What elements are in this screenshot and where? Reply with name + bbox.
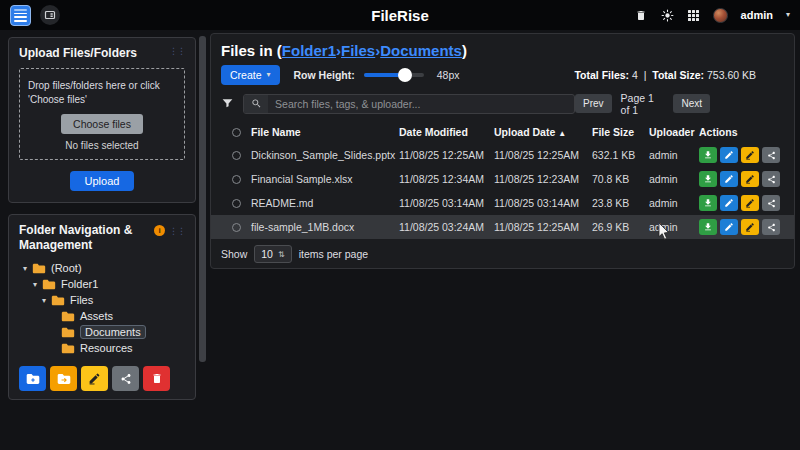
rename-button[interactable] xyxy=(741,147,759,163)
rename-folder-button[interactable] xyxy=(81,366,108,391)
info-icon[interactable]: i xyxy=(154,225,165,236)
share-button[interactable] xyxy=(762,195,780,211)
download-button[interactable] xyxy=(699,147,717,163)
date-modified: 11/08/25 12:34AM xyxy=(399,173,494,185)
tree-item-assets[interactable]: Assets xyxy=(19,308,185,324)
row-height-value: 48px xyxy=(437,69,460,81)
download-icon xyxy=(703,174,713,184)
drag-handle-icon[interactable]: ⋮⋮ xyxy=(169,46,185,56)
theme-toggle-button[interactable] xyxy=(661,9,674,22)
user-menu-label[interactable]: admin xyxy=(741,9,773,21)
tree-item-files[interactable]: ▾ Files xyxy=(19,292,185,308)
toggle-sidebar-button[interactable] xyxy=(40,5,60,25)
breadcrumb-folder1[interactable]: Folder1 xyxy=(282,42,336,59)
download-button[interactable] xyxy=(699,171,717,187)
row-checkbox[interactable] xyxy=(232,175,241,184)
rename-button[interactable] xyxy=(741,195,759,211)
pencil-icon xyxy=(745,198,755,208)
file-name[interactable]: Financial Sample.xlsx xyxy=(251,173,399,185)
table-row-hovered[interactable]: file-sample_1MB.docx 11/08/25 03:24AM 11… xyxy=(211,215,794,239)
page-size-select[interactable]: 10 ⇅ xyxy=(254,245,291,263)
download-icon xyxy=(703,222,713,232)
user-avatar[interactable] xyxy=(713,8,728,23)
upload-dropzone[interactable]: Drop files/folders here or click 'Choose… xyxy=(19,68,185,160)
table-row[interactable]: Financial Sample.xlsx 11/08/25 12:34AM 1… xyxy=(211,167,794,191)
delete-folder-button[interactable] xyxy=(143,366,170,391)
sort-asc-icon: ▲ xyxy=(558,129,566,138)
dropzone-text: Drop files/folders here or click 'Choose… xyxy=(28,79,176,106)
edit-button[interactable] xyxy=(720,219,738,235)
share-button[interactable] xyxy=(762,147,780,163)
file-name[interactable]: README.md xyxy=(251,197,399,209)
search-input[interactable] xyxy=(268,98,574,110)
sun-icon xyxy=(661,9,674,22)
folder-tree: ▾ (Root) ▾ Folder1 ▾ Files Assets xyxy=(19,260,185,356)
caret-down-icon[interactable]: ▾ xyxy=(42,296,51,305)
rename-button[interactable] xyxy=(741,219,759,235)
breadcrumb-documents[interactable]: Documents xyxy=(380,42,462,59)
apps-grid-button[interactable] xyxy=(687,9,700,22)
create-folder-button[interactable] xyxy=(19,366,46,391)
column-upload-date[interactable]: Upload Date▲ xyxy=(494,126,592,138)
trash-icon xyxy=(151,372,163,385)
chevron-down-icon[interactable]: ▾ xyxy=(786,11,790,19)
slider-thumb[interactable] xyxy=(398,68,412,82)
edit-button[interactable] xyxy=(720,195,738,211)
select-all-checkbox[interactable] xyxy=(232,128,241,137)
share-button[interactable] xyxy=(762,171,780,187)
file-size: 26.9 KB xyxy=(592,221,649,233)
table-row[interactable]: README.md 11/08/25 03:14AM 11/08/25 03:1… xyxy=(211,191,794,215)
file-size: 632.1 KB xyxy=(592,149,649,161)
drag-handle-icon[interactable]: ⋮⋮ xyxy=(169,226,185,236)
column-uploader[interactable]: Uploader xyxy=(649,126,699,138)
download-icon xyxy=(703,150,713,160)
tree-item-documents-selected[interactable]: Documents xyxy=(19,324,185,340)
share-folder-button[interactable] xyxy=(112,366,139,391)
filter-button[interactable] xyxy=(221,97,234,110)
column-date-modified[interactable]: Date Modified xyxy=(399,126,494,138)
caret-down-icon[interactable]: ▾ xyxy=(23,264,32,273)
next-page-button[interactable]: Next xyxy=(673,94,710,113)
file-name[interactable]: file-sample_1MB.docx xyxy=(251,221,399,233)
tree-item-folder1[interactable]: ▾ Folder1 xyxy=(19,276,185,292)
table-header-row: File Name Date Modified Upload Date▲ Fil… xyxy=(211,121,794,143)
download-button[interactable] xyxy=(699,195,717,211)
move-folder-button[interactable] xyxy=(50,366,77,391)
select-stepper-icon: ⇅ xyxy=(278,250,285,259)
row-checkbox[interactable] xyxy=(232,223,241,232)
create-button[interactable]: Create ▾ xyxy=(221,65,280,85)
caret-down-icon[interactable]: ▾ xyxy=(33,280,42,289)
folder-card-title: Folder Navigation & Management xyxy=(19,223,137,253)
share-button[interactable] xyxy=(762,219,780,235)
folder-icon xyxy=(61,343,75,354)
row-height-slider[interactable] xyxy=(364,73,424,77)
upload-date: 11/08/25 12:23AM xyxy=(494,173,592,185)
pencil-icon xyxy=(724,174,734,184)
folder-icon xyxy=(42,279,56,290)
trash-button[interactable] xyxy=(635,9,648,22)
search-row: Prev Page 1 of 1 Next xyxy=(221,93,784,114)
folder-icon xyxy=(61,327,75,338)
file-name[interactable]: Dickinson_Sample_Slides.pptx xyxy=(251,149,399,161)
folder-plus-icon xyxy=(26,373,40,385)
row-checkbox[interactable] xyxy=(232,199,241,208)
toggle-view-icon xyxy=(44,9,56,21)
choose-files-button[interactable]: Choose files xyxy=(61,114,143,134)
uploader: admin xyxy=(649,197,699,209)
tree-item-resources[interactable]: Resources xyxy=(19,340,185,356)
uploader: admin xyxy=(649,221,699,233)
share-icon xyxy=(767,223,776,232)
table-row[interactable]: Dickinson_Sample_Slides.pptx 11/08/25 12… xyxy=(211,143,794,167)
edit-button[interactable] xyxy=(720,147,738,163)
prev-page-button[interactable]: Prev xyxy=(575,94,612,113)
column-file-name[interactable]: File Name xyxy=(251,126,399,138)
column-file-size[interactable]: File Size xyxy=(592,126,649,138)
tree-item-root[interactable]: ▾ (Root) xyxy=(19,260,185,276)
breadcrumb-files[interactable]: Files xyxy=(341,42,375,59)
download-button[interactable] xyxy=(699,219,717,235)
edit-button[interactable] xyxy=(720,171,738,187)
upload-button[interactable]: Upload xyxy=(70,171,135,191)
sidebar-scrollbar[interactable] xyxy=(199,36,206,362)
row-checkbox[interactable] xyxy=(232,151,241,160)
rename-button[interactable] xyxy=(741,171,759,187)
